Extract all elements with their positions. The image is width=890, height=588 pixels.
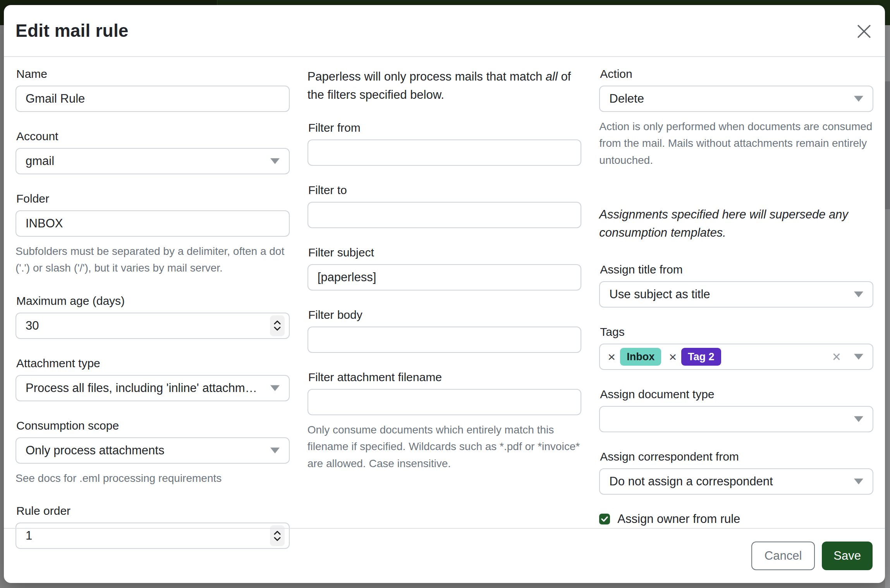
account-label: Account bbox=[16, 129, 290, 143]
assign-title-from-select[interactable]: Use subject as title bbox=[599, 281, 873, 308]
stepper-up-icon[interactable] bbox=[274, 320, 281, 325]
tag-badge: Tag 2 bbox=[681, 348, 721, 366]
dialog-title: Edit mail rule bbox=[15, 20, 129, 41]
attachment-type-field: Attachment type Process all files, inclu… bbox=[15, 356, 290, 401]
filter-to-input[interactable] bbox=[308, 202, 582, 228]
filter-body-field: Filter body bbox=[308, 308, 582, 353]
intro-text-part: Paperless will only process mails that m… bbox=[308, 70, 546, 83]
intro-text-emphasis: all bbox=[546, 70, 558, 83]
cancel-button[interactable]: Cancel bbox=[751, 542, 815, 570]
filter-attachment-filename-field: Filter attachment filename Only consume … bbox=[308, 370, 582, 472]
dialog-footer: Cancel Save bbox=[4, 528, 885, 583]
checkbox-check-icon bbox=[601, 516, 608, 522]
action-select-value: Delete bbox=[609, 92, 644, 106]
dropdown-caret-icon bbox=[854, 292, 863, 297]
assign-owner-label: Assign owner from rule bbox=[617, 512, 740, 526]
tag-item: × Inbox bbox=[608, 348, 661, 366]
tags-select[interactable]: × Inbox × Tag 2 × bbox=[599, 344, 873, 370]
assign-document-type-label: Assign document type bbox=[600, 387, 873, 401]
dialog-header: Edit mail rule bbox=[4, 5, 885, 57]
action-help-text: Action is only performed when documents … bbox=[599, 118, 873, 168]
assignments-note: Assignments specified here will supersed… bbox=[599, 206, 873, 242]
assign-document-type-field: Assign document type bbox=[599, 387, 873, 432]
attachment-type-select-value: Process all files, including 'inline' at… bbox=[26, 381, 262, 395]
folder-input[interactable] bbox=[15, 210, 290, 237]
filter-attachment-filename-input[interactable] bbox=[308, 389, 582, 415]
consumption-scope-field: Consumption scope Only process attachmen… bbox=[15, 419, 290, 487]
action-label: Action bbox=[600, 67, 873, 81]
filter-subject-input[interactable] bbox=[308, 264, 582, 291]
filter-attachment-filename-help-text: Only consume documents which entirely ma… bbox=[308, 421, 582, 472]
page-scrollbar-thumb[interactable] bbox=[885, 81, 890, 209]
consumption-scope-select-value: Only process attachments bbox=[26, 444, 164, 457]
dialog-body: Name Account gmail Folder Subfolders mus… bbox=[4, 57, 885, 528]
assign-owner-checkbox-row[interactable]: Assign owner from rule bbox=[599, 512, 873, 526]
close-button[interactable] bbox=[855, 22, 873, 41]
dropdown-caret-icon bbox=[854, 479, 863, 485]
assign-title-from-label: Assign title from bbox=[600, 263, 873, 277]
column-filters: Paperless will only process mails that m… bbox=[308, 67, 582, 528]
tag-badge: Inbox bbox=[620, 348, 661, 366]
action-field: Action Delete Action is only performed w… bbox=[599, 67, 873, 168]
attachment-type-label: Attachment type bbox=[16, 356, 290, 370]
attachment-type-select[interactable]: Process all files, including 'inline' at… bbox=[15, 375, 290, 401]
folder-field: Folder Subfolders must be separated by a… bbox=[15, 192, 290, 277]
close-icon bbox=[857, 24, 871, 39]
number-stepper[interactable] bbox=[270, 315, 285, 336]
filter-to-field: Filter to bbox=[308, 183, 582, 228]
filter-subject-label: Filter subject bbox=[308, 246, 582, 260]
filter-from-label: Filter from bbox=[308, 121, 582, 135]
assign-title-from-select-value: Use subject as title bbox=[609, 287, 710, 301]
column-actions: Action Delete Action is only performed w… bbox=[599, 67, 873, 528]
filter-body-label: Filter body bbox=[308, 308, 582, 322]
tags-field: Tags × Inbox × Tag 2 × bbox=[599, 325, 873, 370]
dropdown-caret-icon bbox=[854, 416, 863, 422]
assign-correspondent-from-field: Assign correspondent from Do not assign … bbox=[599, 450, 873, 495]
rule-order-label: Rule order bbox=[16, 504, 290, 518]
action-select[interactable]: Delete bbox=[599, 86, 873, 112]
dropdown-caret-icon bbox=[854, 354, 863, 360]
filter-to-label: Filter to bbox=[308, 183, 582, 197]
dropdown-caret-icon bbox=[854, 96, 863, 102]
account-select[interactable]: gmail bbox=[15, 148, 290, 174]
filter-from-input[interactable] bbox=[308, 139, 582, 166]
filter-from-field: Filter from bbox=[308, 121, 582, 166]
assign-correspondent-from-select[interactable]: Do not assign a correspondent bbox=[599, 468, 873, 495]
page-scrollbar-track[interactable] bbox=[885, 25, 890, 588]
dropdown-caret-icon bbox=[270, 447, 280, 453]
stepper-down-icon[interactable] bbox=[274, 327, 281, 331]
name-input[interactable] bbox=[15, 86, 290, 112]
dropdown-caret-icon bbox=[270, 158, 280, 164]
account-field: Account gmail bbox=[15, 129, 290, 174]
consumption-scope-label: Consumption scope bbox=[16, 419, 290, 433]
assign-title-from-field: Assign title from Use subject as title bbox=[599, 263, 873, 308]
assign-owner-checkbox[interactable] bbox=[599, 514, 610, 524]
filter-body-input[interactable] bbox=[308, 327, 582, 353]
consumption-scope-select[interactable]: Only process attachments bbox=[15, 437, 290, 464]
maximum-age-label: Maximum age (days) bbox=[16, 294, 290, 308]
maximum-age-input[interactable] bbox=[15, 313, 290, 339]
filter-subject-field: Filter subject bbox=[308, 246, 582, 291]
dropdown-caret-icon bbox=[270, 385, 280, 391]
assign-correspondent-from-label: Assign correspondent from bbox=[600, 450, 873, 464]
filters-intro-text: Paperless will only process mails that m… bbox=[308, 68, 582, 104]
maximum-age-field: Maximum age (days) bbox=[15, 294, 290, 339]
tag-item: × Tag 2 bbox=[669, 348, 721, 366]
save-button[interactable]: Save bbox=[822, 542, 873, 570]
account-select-value: gmail bbox=[26, 154, 54, 168]
tags-label: Tags bbox=[600, 325, 873, 339]
consumption-scope-help-text: See docs for .eml processing requirement… bbox=[15, 470, 290, 487]
edit-mail-rule-dialog: Edit mail rule Name Account gmail bbox=[4, 5, 885, 583]
assign-correspondent-from-select-value: Do not assign a correspondent bbox=[609, 475, 773, 488]
name-label: Name bbox=[16, 67, 290, 81]
column-general: Name Account gmail Folder Subfolders mus… bbox=[15, 67, 290, 528]
name-field: Name bbox=[15, 67, 290, 112]
folder-help-text: Subfolders must be separated by a delimi… bbox=[15, 243, 290, 277]
remove-tag-icon[interactable]: × bbox=[608, 350, 615, 363]
remove-tag-icon[interactable]: × bbox=[669, 350, 677, 363]
clear-icon[interactable]: × bbox=[832, 349, 841, 364]
assign-document-type-select[interactable] bbox=[599, 406, 873, 432]
folder-label: Folder bbox=[16, 192, 290, 206]
filter-attachment-filename-label: Filter attachment filename bbox=[308, 370, 582, 384]
